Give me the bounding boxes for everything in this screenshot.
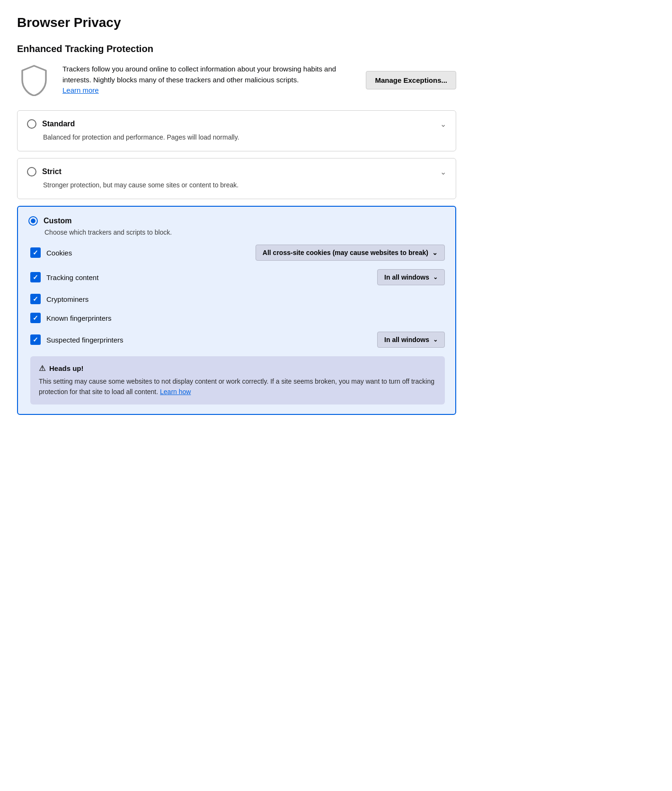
cryptominers-checkmark: ✓ <box>33 296 38 302</box>
tracking-content-label: Tracking content <box>46 273 371 281</box>
cookies-dropdown-button[interactable]: All cross-site cookies (may cause websit… <box>256 245 445 261</box>
tracking-content-checkbox[interactable]: ✓ <box>30 272 41 282</box>
cryptominers-checkbox[interactable]: ✓ <box>30 294 41 304</box>
suspected-fingerprinters-checkmark: ✓ <box>33 336 38 343</box>
strict-description: Stronger protection, but may cause some … <box>43 180 446 190</box>
cryptominers-option-row: ✓ Cryptominers <box>30 294 445 304</box>
cookies-checkmark: ✓ <box>33 249 38 256</box>
manage-exceptions-button[interactable]: Manage Exceptions... <box>366 71 456 89</box>
suspected-fingerprinters-option-row: ✓ Suspected fingerprinters In all window… <box>30 332 445 348</box>
standard-label: Standard <box>42 120 434 128</box>
heads-up-text: This setting may cause some websites to … <box>39 377 436 397</box>
suspected-fingerprinters-label: Suspected fingerprinters <box>46 336 371 344</box>
warning-icon: ⚠ <box>39 364 45 373</box>
heads-up-title-text: Heads up! <box>49 364 84 372</box>
etp-heading: Enhanced Tracking Protection <box>17 44 456 54</box>
strict-label: Strict <box>42 167 434 176</box>
cookies-dropdown-value: All cross-site cookies (may cause websit… <box>263 249 428 256</box>
heads-up-title: ⚠ Heads up! <box>39 364 436 373</box>
learn-how-link[interactable]: Learn how <box>160 388 191 396</box>
suspected-fingerprinters-dropdown-chevron-icon: ⌄ <box>433 336 438 343</box>
custom-subtitle: Choose which trackers and scripts to blo… <box>44 229 445 236</box>
suspected-fingerprinters-dropdown-value: In all windows <box>384 336 429 343</box>
tracking-content-option-row: ✓ Tracking content In all windows ⌄ <box>30 269 445 285</box>
standard-option-header: Standard ⌄ <box>27 119 446 129</box>
standard-radio[interactable] <box>27 119 36 129</box>
tracking-content-dropdown-chevron-icon: ⌄ <box>433 274 438 281</box>
tracking-content-dropdown-button[interactable]: In all windows ⌄ <box>377 269 445 285</box>
cookies-option-row: ✓ Cookies All cross-site cookies (may ca… <box>30 245 445 261</box>
strict-option-header: Strict ⌄ <box>27 167 446 176</box>
cookies-label: Cookies <box>46 249 250 257</box>
known-fingerprinters-label: Known fingerprinters <box>46 314 445 322</box>
cryptominers-label: Cryptominers <box>46 295 445 303</box>
known-fingerprinters-checkmark: ✓ <box>33 315 38 321</box>
cookies-dropdown-chevron-icon: ⌄ <box>432 249 438 256</box>
custom-radio-inner <box>31 219 35 223</box>
custom-label: Custom <box>44 217 72 225</box>
cookies-checkbox[interactable]: ✓ <box>30 247 41 258</box>
page-title: Browser Privacy <box>17 15 456 30</box>
shield-icon <box>17 63 51 97</box>
etp-description-text: Trackers follow you around online to col… <box>62 64 354 96</box>
standard-option-card[interactable]: Standard ⌄ Balanced for protection and p… <box>17 110 456 151</box>
strict-radio[interactable] <box>27 167 36 176</box>
custom-header: Custom <box>28 216 445 226</box>
tracking-content-dropdown-value: In all windows <box>384 273 429 281</box>
strict-chevron-icon: ⌄ <box>440 167 446 176</box>
suspected-fingerprinters-checkbox[interactable]: ✓ <box>30 334 41 345</box>
custom-radio[interactable] <box>28 216 38 226</box>
standard-description: Balanced for protection and performance.… <box>43 132 446 142</box>
standard-chevron-icon: ⌄ <box>440 120 446 129</box>
known-fingerprinters-option-row: ✓ Known fingerprinters <box>30 313 445 323</box>
learn-more-link[interactable]: Learn more <box>62 86 99 94</box>
etp-description-row: Trackers follow you around online to col… <box>17 63 456 97</box>
custom-option-card: Custom Choose which trackers and scripts… <box>17 206 456 415</box>
known-fingerprinters-checkbox[interactable]: ✓ <box>30 313 41 323</box>
heads-up-box: ⚠ Heads up! This setting may cause some … <box>30 356 445 404</box>
tracking-content-checkmark: ✓ <box>33 274 38 281</box>
strict-option-card[interactable]: Strict ⌄ Stronger protection, but may ca… <box>17 158 456 199</box>
suspected-fingerprinters-dropdown-button[interactable]: In all windows ⌄ <box>377 332 445 348</box>
